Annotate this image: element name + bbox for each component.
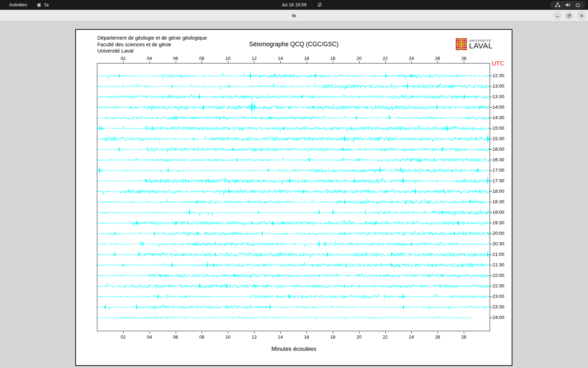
minimize-button[interactable] xyxy=(553,11,562,20)
x-tick-label-top: 28 xyxy=(458,56,469,61)
x-tick-label-bottom: 22 xyxy=(380,334,391,340)
time-label: 18:30 xyxy=(492,199,504,204)
window-title: tk xyxy=(0,10,588,21)
x-tick-label-bottom: 26 xyxy=(432,334,443,340)
clock-label: Jul 18 19:59 xyxy=(282,0,307,10)
institution-line-3: Université Laval xyxy=(97,48,207,54)
utc-label: UTC xyxy=(492,60,504,67)
x-tick-mark-top xyxy=(280,61,281,63)
x-tick-mark-top xyxy=(176,61,176,63)
minimize-icon xyxy=(555,14,560,18)
x-tick-label-top: 18 xyxy=(328,56,338,61)
x-tick-label-top: 06 xyxy=(170,56,181,61)
x-tick-mark-top xyxy=(333,61,333,63)
time-label: 19:00 xyxy=(492,210,504,215)
time-tick-mark xyxy=(490,86,492,87)
x-tick-mark-top xyxy=(254,61,254,63)
x-tick-label-bottom: 04 xyxy=(144,334,155,340)
time-tick-mark xyxy=(490,97,492,97)
x-tick-label-top: 24 xyxy=(406,56,416,61)
time-tick-mark xyxy=(490,233,492,234)
x-tick-label-top: 04 xyxy=(144,56,155,61)
x-tick-label-top: 08 xyxy=(196,56,207,61)
time-label: 21:00 xyxy=(492,252,504,257)
x-tick-mark-bottom xyxy=(123,332,124,334)
close-button[interactable] xyxy=(577,11,586,20)
time-tick-mark xyxy=(490,212,492,213)
time-tick-mark xyxy=(490,107,492,108)
x-tick-mark-top xyxy=(202,61,202,63)
time-label: 14:30 xyxy=(492,115,504,120)
x-tick-label-bottom: 28 xyxy=(458,334,469,340)
time-label: 23:30 xyxy=(492,304,504,309)
time-label: 20:30 xyxy=(492,241,504,246)
time-tick-mark xyxy=(490,244,492,244)
system-status-area[interactable] xyxy=(550,1,585,9)
x-tick-label-bottom: 12 xyxy=(249,334,259,340)
gnome-top-bar: Activities Tk Jul 18 19:59 xyxy=(0,0,588,10)
institution-line-1: Département de géologie et de génie géol… xyxy=(97,35,207,41)
window-titlebar[interactable]: tk xyxy=(0,10,588,21)
x-tick-mark-bottom xyxy=(307,332,307,334)
time-tick-mark xyxy=(490,160,492,160)
x-tick-label-top: 22 xyxy=(380,56,391,61)
x-tick-label-top: 16 xyxy=(301,56,312,61)
time-label: 12:30 xyxy=(492,73,504,78)
time-tick-mark xyxy=(490,297,492,297)
time-label: 16:00 xyxy=(492,146,504,152)
x-tick-mark-bottom xyxy=(228,332,228,334)
power-icon xyxy=(575,2,580,7)
x-tick-mark-bottom xyxy=(280,332,281,334)
x-tick-mark-bottom xyxy=(149,332,150,334)
time-label: 17:00 xyxy=(492,168,504,173)
x-tick-label-bottom: 24 xyxy=(406,334,416,340)
x-tick-label-bottom: 10 xyxy=(223,334,233,340)
time-label: 15:00 xyxy=(492,125,504,131)
time-tick-mark xyxy=(490,286,492,286)
x-tick-mark-top xyxy=(359,61,359,63)
x-tick-label-top: 12 xyxy=(249,56,259,61)
x-tick-mark-bottom xyxy=(333,332,333,334)
x-tick-mark-top xyxy=(411,61,412,63)
time-label: 23:00 xyxy=(492,294,504,299)
clock-menu[interactable]: Jul 18 19:59 xyxy=(0,0,588,10)
x-tick-mark-bottom xyxy=(438,332,438,334)
time-tick-mark xyxy=(490,275,492,276)
x-tick-mark-bottom xyxy=(202,332,202,334)
network-icon xyxy=(555,2,560,7)
x-tick-label-bottom: 14 xyxy=(275,334,286,340)
time-tick-mark xyxy=(490,202,492,202)
x-tick-label-bottom: 08 xyxy=(196,334,207,340)
laval-crest-icon xyxy=(456,38,467,50)
time-tick-mark xyxy=(490,128,492,129)
helicorder-traces xyxy=(97,63,490,331)
time-tick-mark xyxy=(490,76,492,76)
x-tick-label-bottom: 06 xyxy=(170,334,181,340)
time-tick-mark xyxy=(490,139,492,139)
x-tick-mark-bottom xyxy=(359,332,359,334)
time-tick-mark xyxy=(490,149,492,150)
x-tick-mark-bottom xyxy=(464,332,464,334)
notifications-off-icon xyxy=(317,2,322,7)
logo-wordmark: UNIVERSITÉ LAVAL xyxy=(469,38,493,49)
logo-laval: LAVAL xyxy=(469,42,493,49)
time-label: 18:00 xyxy=(492,189,504,194)
x-tick-mark-bottom xyxy=(254,332,254,334)
time-tick-mark xyxy=(490,223,492,223)
x-tick-mark-top xyxy=(228,61,228,63)
time-label: 14:00 xyxy=(492,104,504,110)
time-label: 13:30 xyxy=(492,94,504,99)
plot-title: Séismographe QCQ (CGC/GSC) xyxy=(76,41,512,48)
maximize-button[interactable] xyxy=(565,11,573,20)
time-tick-mark xyxy=(490,254,492,255)
x-tick-label-top: 14 xyxy=(275,56,286,61)
x-tick-mark-top xyxy=(307,61,307,63)
volume-icon xyxy=(565,2,570,7)
time-tick-mark xyxy=(490,307,492,307)
x-tick-mark-bottom xyxy=(411,332,412,334)
time-label: 24:00 xyxy=(492,315,504,320)
x-axis-title: Minutes écoulées xyxy=(76,346,512,352)
x-tick-label-top: 10 xyxy=(223,56,233,61)
x-tick-mark-top xyxy=(438,61,438,63)
time-label: 22:30 xyxy=(492,283,504,288)
